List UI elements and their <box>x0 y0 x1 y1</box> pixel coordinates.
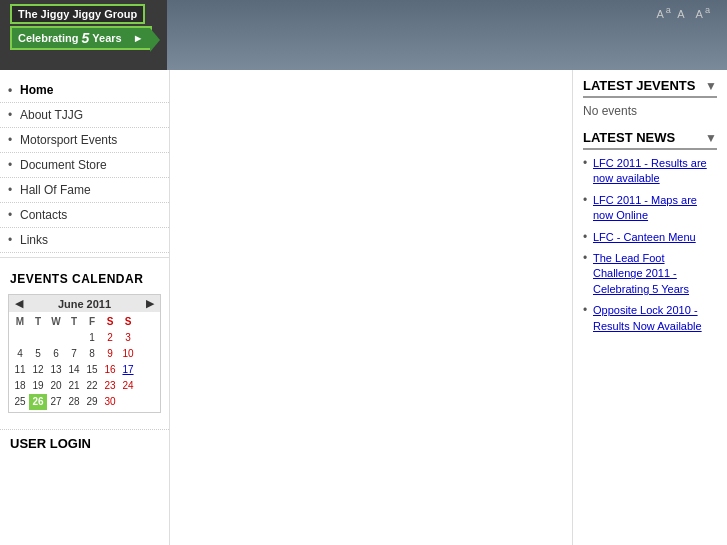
cal-day-29: 29 <box>83 394 101 410</box>
news-item-3[interactable]: LFC - Canteen Menu <box>583 230 717 245</box>
cal-day-21: 21 <box>65 378 83 394</box>
cal-day-9: 9 <box>101 346 119 362</box>
cal-day-1: 1 <box>83 330 101 346</box>
calendar-day-headers: M T W T F S S <box>11 314 158 330</box>
cal-day-19: 19 <box>29 378 47 394</box>
calendar-prev-button[interactable]: ◀ <box>13 297 25 310</box>
cal-day-3: 3 <box>119 330 137 346</box>
calendar-week-1: 1 2 3 <box>11 330 158 346</box>
news-item-1[interactable]: LFC 2011 - Results are now available <box>583 156 717 187</box>
calendar-widget: ◀ June 2011 ▶ M T W T F S S <box>8 294 161 413</box>
cal-day-18: 18 <box>11 378 29 394</box>
news-item-2[interactable]: LFC 2011 - Maps are now Online <box>583 193 717 224</box>
nav-item-about[interactable]: About TJJG <box>0 103 169 128</box>
nav-link-about[interactable]: About TJJG <box>0 103 169 127</box>
nav-item-motorsport[interactable]: Motorsport Events <box>0 128 169 153</box>
nav-item-links[interactable]: Links <box>0 228 169 253</box>
logo-celebrating: Celebrating <box>18 32 79 44</box>
cal-header-fri: F <box>83 314 101 330</box>
news-item-5[interactable]: Opposite Lock 2010 - Results Now Availab… <box>583 303 717 334</box>
cal-day-empty <box>47 330 65 346</box>
cal-day-30: 30 <box>101 394 119 410</box>
latest-jevents-panel: LATEST JEVENTS ▼ <box>583 78 717 98</box>
cal-day-11: 11 <box>11 362 29 378</box>
nav-link-halloffame[interactable]: Hall Of Fame <box>0 178 169 202</box>
news-item-4[interactable]: The Lead Foot Challenge 2011 - Celebrati… <box>583 251 717 297</box>
cal-day-25: 25 <box>11 394 29 410</box>
news-link-3[interactable]: LFC - Canteen Menu <box>593 231 696 243</box>
cal-day-22: 22 <box>83 378 101 394</box>
news-link-5[interactable]: Opposite Lock 2010 - Results Now Availab… <box>593 304 702 331</box>
cal-day-14: 14 <box>65 362 83 378</box>
nav-link-links[interactable]: Links <box>0 228 169 252</box>
cal-day-6: 6 <box>47 346 65 362</box>
cal-day-13: 13 <box>47 362 65 378</box>
sidebar: Home About TJJG Motorsport Events Docume… <box>0 70 170 545</box>
cal-header-sun: S <box>119 314 137 330</box>
latest-news-panel: LATEST NEWS ▼ <box>583 130 717 150</box>
header: The Jiggy Jiggy Group Celebrating 5 Year… <box>0 0 727 70</box>
calendar-grid: M T W T F S S 1 2 3 <box>9 312 160 412</box>
calendar-next-button[interactable]: ▶ <box>144 297 156 310</box>
nav-item-halloffame[interactable]: Hall Of Fame <box>0 178 169 203</box>
cal-day-empty <box>65 330 83 346</box>
cal-day-empty <box>11 330 29 346</box>
logo-tagline: Celebrating 5 Years ► <box>10 26 152 50</box>
news-list: LFC 2011 - Results are now available LFC… <box>583 156 717 334</box>
jevents-collapse-icon[interactable]: ▼ <box>705 79 717 93</box>
cal-header-tue: T <box>29 314 47 330</box>
calendar-header: ◀ June 2011 ▶ <box>9 295 160 312</box>
cal-day-24: 24 <box>119 378 137 394</box>
no-events-text: No events <box>583 104 717 118</box>
nav-link-documents[interactable]: Document Store <box>0 153 169 177</box>
latest-news-title: LATEST NEWS <box>583 130 675 145</box>
logo-years-suffix: Years <box>92 32 121 44</box>
nav-item-home[interactable]: Home <box>0 78 169 103</box>
news-link-2[interactable]: LFC 2011 - Maps are now Online <box>593 194 697 221</box>
nav-link-home[interactable]: Home <box>0 78 169 102</box>
font-size-controls[interactable]: Aa A Aa <box>656 5 712 20</box>
cal-day-10: 10 <box>119 346 137 362</box>
cal-day-26: 26 <box>29 394 47 410</box>
nav-item-documents[interactable]: Document Store <box>0 153 169 178</box>
main-nav: Home About TJJG Motorsport Events Docume… <box>0 78 169 258</box>
cal-day-20: 20 <box>47 378 65 394</box>
calendar-month-label: June 2011 <box>58 298 111 310</box>
cal-day-8: 8 <box>83 346 101 362</box>
logo-title: The Jiggy Jiggy Group <box>10 4 145 24</box>
jevents-calendar-title: JEVENTS CALENDAR <box>0 266 169 290</box>
cal-day-16: 16 <box>101 362 119 378</box>
cal-day-empty-end <box>119 394 137 410</box>
calendar-week-2: 4 5 6 7 8 9 10 <box>11 346 158 362</box>
logo-years: 5 <box>82 30 90 46</box>
cal-day-15: 15 <box>83 362 101 378</box>
nav-item-contacts[interactable]: Contacts <box>0 203 169 228</box>
cal-day-17[interactable]: 17 <box>119 362 137 378</box>
cal-day-4: 4 <box>11 346 29 362</box>
cal-day-27: 27 <box>47 394 65 410</box>
calendar-week-5: 25 26 27 28 29 30 <box>11 394 158 410</box>
main-content <box>170 70 572 545</box>
right-panel: LATEST JEVENTS ▼ No events LATEST NEWS ▼… <box>572 70 727 545</box>
user-login-section: USER LOGIN <box>0 429 169 457</box>
cal-header-mon: M <box>11 314 29 330</box>
cal-day-5: 5 <box>29 346 47 362</box>
latest-jevents-title: LATEST JEVENTS <box>583 78 695 93</box>
page-layout: Home About TJJG Motorsport Events Docume… <box>0 70 727 545</box>
header-background <box>167 0 727 70</box>
cal-day-7: 7 <box>65 346 83 362</box>
calendar-week-4: 18 19 20 21 22 23 24 <box>11 378 158 394</box>
cal-header-wed: W <box>47 314 65 330</box>
cal-day-28: 28 <box>65 394 83 410</box>
site-logo: The Jiggy Jiggy Group Celebrating 5 Year… <box>10 4 152 50</box>
cal-header-sat: S <box>101 314 119 330</box>
news-link-4[interactable]: The Lead Foot Challenge 2011 - Celebrati… <box>593 252 689 295</box>
calendar-week-3: 11 12 13 14 15 16 17 <box>11 362 158 378</box>
nav-link-contacts[interactable]: Contacts <box>0 203 169 227</box>
user-login-title: USER LOGIN <box>0 429 169 457</box>
news-link-1[interactable]: LFC 2011 - Results are now available <box>593 157 707 184</box>
news-collapse-icon[interactable]: ▼ <box>705 131 717 145</box>
cal-day-2: 2 <box>101 330 119 346</box>
nav-link-motorsport[interactable]: Motorsport Events <box>0 128 169 152</box>
cal-day-empty <box>29 330 47 346</box>
